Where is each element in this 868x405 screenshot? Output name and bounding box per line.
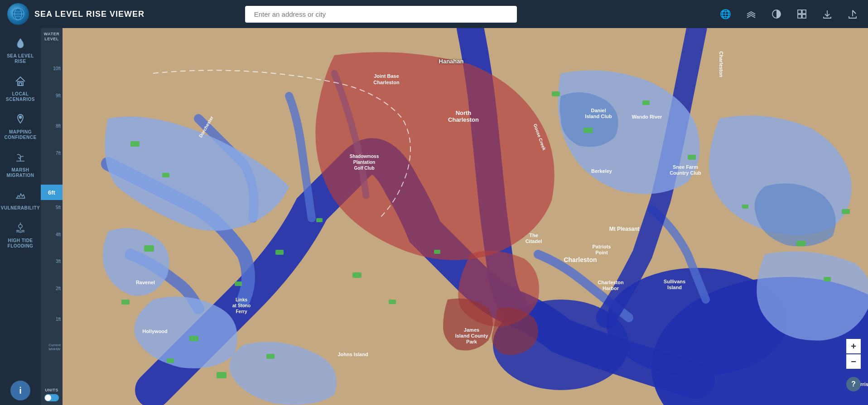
search-input[interactable] (245, 6, 517, 23)
svg-text:Sullivans: Sullivans (664, 279, 685, 284)
water-level-bar: WATER LEVEL 6ft 10ft 9ft 8ft 7ft 5ft 4ft… (41, 28, 63, 405)
level-10ft[interactable]: 10ft (41, 66, 63, 71)
svg-rect-36 (796, 241, 805, 246)
sidebar-item-vulnerability[interactable]: VULNERABILITY (2, 185, 39, 215)
level-4ft[interactable]: 4ft (41, 232, 63, 237)
level-2ft[interactable]: 2ft (41, 286, 63, 291)
logo-area: SEA LEVEL RISE VIEWER (7, 3, 145, 25)
sidebar-item-sea-level-rise[interactable]: SEA LEVEL RISE (2, 33, 39, 69)
svg-text:Berkeley: Berkeley (591, 168, 612, 174)
house-icon (14, 75, 26, 90)
search-bar[interactable] (245, 6, 517, 23)
svg-point-10 (19, 116, 22, 119)
svg-rect-24 (189, 336, 198, 341)
svg-text:Charleston: Charleston (598, 280, 624, 285)
svg-text:Charleston: Charleston (448, 116, 479, 123)
info-button[interactable]: i (10, 381, 30, 400)
svg-text:Golf Club: Golf Club (354, 166, 375, 171)
header: SEA LEVEL RISE VIEWER 🌐 (0, 0, 868, 28)
svg-rect-25 (235, 281, 242, 286)
svg-text:Hollywood: Hollywood (142, 329, 168, 334)
svg-text:Ferry: Ferry (236, 309, 247, 314)
level-mhhw[interactable]: CurrentMHHW (41, 343, 63, 352)
svg-text:Island Club: Island Club (585, 114, 612, 119)
svg-rect-39 (217, 372, 227, 378)
sidebar-item-local-scenarios[interactable]: LOCAL SCENARIOS (2, 71, 39, 107)
download-icon-button[interactable] (819, 6, 835, 22)
grid-icon-button[interactable] (794, 6, 810, 22)
level-1ft[interactable]: 1ft (41, 317, 63, 322)
svg-text:Harbor: Harbor (603, 286, 619, 291)
water-level-label: WATER LEVEL (41, 32, 63, 42)
units-toggle[interactable] (44, 394, 59, 401)
svg-text:North: North (456, 110, 472, 116)
svg-rect-30 (434, 250, 440, 254)
svg-rect-20 (130, 141, 140, 147)
svg-rect-9 (19, 83, 22, 86)
svg-rect-33 (642, 100, 650, 105)
zoom-out-button[interactable]: − (846, 354, 861, 369)
map-background: Hanahan Joint Base Charleston North Char… (63, 28, 868, 405)
svg-text:Charleston: Charleston (719, 51, 724, 77)
svg-text:Plantation: Plantation (353, 160, 375, 165)
svg-text:Wando River: Wando River (632, 114, 663, 119)
share-icon-button[interactable] (844, 6, 861, 22)
svg-text:Joint Base: Joint Base (374, 73, 399, 79)
svg-rect-28 (352, 272, 362, 278)
header-right: 🌐 (718, 6, 861, 22)
active-level-value: 6ft (48, 189, 55, 196)
map-area[interactable]: Hanahan Joint Base Charleston North Char… (63, 28, 868, 405)
sidebar: SEA LEVEL RISE LOCAL SCENARIOS MAPPING C… (0, 28, 41, 405)
active-level-bubble[interactable]: 6ft (41, 185, 63, 200)
level-7ft[interactable]: 7ft (41, 151, 63, 156)
svg-text:Ravenel: Ravenel (136, 280, 155, 285)
contrast-icon-button[interactable] (768, 6, 785, 22)
svg-point-17 (651, 277, 868, 405)
water-drop-icon (14, 37, 26, 52)
svg-text:The: The (529, 233, 538, 238)
zoom-in-button[interactable]: + (846, 339, 861, 353)
map-pin-icon (14, 113, 26, 128)
svg-rect-4 (798, 10, 801, 14)
svg-rect-32 (583, 128, 593, 133)
svg-rect-34 (688, 155, 696, 160)
svg-text:Mt Pleasant: Mt Pleasant (609, 226, 640, 232)
layers-icon-button[interactable] (743, 6, 759, 22)
globe-icon-button[interactable]: 🌐 (718, 6, 734, 22)
svg-rect-26 (275, 250, 284, 255)
svg-rect-7 (802, 14, 806, 18)
svg-text:Country Club: Country Club (670, 170, 701, 176)
sidebar-label-mapping-confidence: MAPPING CONFIDENCE (4, 129, 37, 140)
sidebar-item-mapping-confidence[interactable]: MAPPING CONFIDENCE (2, 109, 39, 145)
svg-text:Goose Creek: Goose Creek (533, 123, 547, 151)
sidebar-item-marsh-migration[interactable]: MARSH MIGRATION (2, 147, 39, 183)
sidebar-label-sea-level-rise: SEA LEVEL RISE (4, 53, 37, 64)
svg-text:Island: Island (667, 285, 682, 290)
level-3ft[interactable]: 3ft (41, 259, 63, 264)
svg-text:James: James (464, 327, 479, 333)
svg-rect-29 (389, 300, 396, 304)
svg-text:Charleston: Charleston (564, 256, 597, 263)
svg-rect-21 (162, 173, 169, 177)
level-9ft[interactable]: 9ft (41, 93, 63, 98)
zoom-controls: + − (846, 339, 861, 369)
level-5ft[interactable]: 5ft (41, 205, 63, 210)
units-section: UNITS (43, 384, 61, 405)
svg-rect-27 (316, 218, 323, 222)
svg-text:Patriots: Patriots (593, 244, 611, 249)
level-ticks: 6ft 10ft 9ft 8ft 7ft 5ft 4ft 3ft 2ft 1ft (41, 46, 63, 384)
svg-rect-23 (121, 300, 130, 305)
level-8ft[interactable]: 8ft (41, 124, 63, 129)
svg-text:Citadel: Citadel (526, 238, 542, 244)
svg-text:Johns Island: Johns Island (338, 352, 368, 357)
svg-text:Shadowmoss: Shadowmoss (350, 154, 379, 159)
help-button[interactable]: ? (846, 377, 861, 391)
sidebar-item-high-tide-flooding[interactable]: HIGH TIDE FLOODING (2, 217, 39, 253)
svg-rect-31 (552, 91, 560, 96)
svg-text:Links: Links (236, 297, 248, 302)
svg-rect-37 (824, 277, 831, 281)
map-overlay: Hanahan Joint Base Charleston North Char… (63, 28, 868, 405)
units-label: UNITS (45, 388, 58, 392)
svg-text:Dorchester: Dorchester (198, 115, 214, 138)
svg-rect-38 (842, 209, 850, 214)
